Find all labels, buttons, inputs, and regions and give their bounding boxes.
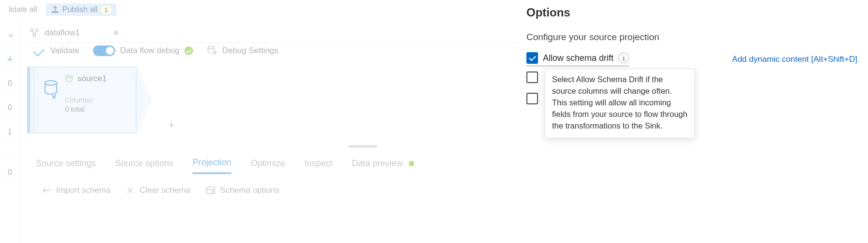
status-dot-icon — [409, 161, 414, 166]
collapse-rail-button[interactable]: « — [0, 24, 20, 46]
chevron-left-icon: « — [8, 30, 11, 40]
validate-label: Validate — [50, 46, 79, 56]
allow-schema-drift-row: Allow schema drift i Add dynamic content… — [526, 52, 857, 66]
node-columns-value: 0 total — [65, 105, 106, 113]
add-resource-button[interactable]: + — [0, 48, 20, 71]
debug-settings-label: Debug Settings — [222, 46, 278, 56]
import-icon — [42, 186, 51, 194]
svg-point-2 — [36, 29, 39, 32]
schema-drift-tooltip: Select Allow Schema Drift if the source … — [545, 69, 695, 138]
schema-actions: Import schema Clear schema Schema option… — [42, 186, 279, 195]
add-step-button[interactable]: + — [168, 119, 175, 131]
svg-point-6 — [45, 81, 57, 85]
options-subtitle: Configure your source projection — [526, 32, 857, 43]
publish-count-badge: 1 — [101, 6, 112, 14]
schema-options-button[interactable]: Schema options — [206, 186, 279, 195]
tab-dataflow1[interactable]: dataflow1 — [25, 28, 127, 38]
option-checkbox-2[interactable] — [526, 71, 538, 83]
unsaved-dot-icon — [114, 30, 119, 35]
panel-resize-handle[interactable] — [348, 145, 377, 148]
option-checkbox-3[interactable] — [526, 93, 538, 104]
svg-point-4 — [208, 46, 214, 49]
svg-rect-0 — [52, 12, 58, 13]
tab-projection[interactable]: Projection — [193, 155, 231, 174]
clear-schema-button[interactable]: Clear schema — [126, 186, 190, 195]
tab-source-options[interactable]: Source options — [115, 156, 173, 173]
schema-options-icon — [206, 186, 215, 195]
publish-all-button[interactable]: Publish all 1 — [46, 3, 117, 16]
publish-all-label: Publish all — [62, 5, 98, 14]
source-node[interactable]: source1 Columns: 0 total — [27, 67, 152, 133]
debug-settings-button[interactable]: Debug Settings — [207, 45, 278, 56]
add-dynamic-content-link[interactable]: Add dynamic content [Alt+Shift+D] — [732, 55, 857, 64]
debug-label: Data flow debug — [120, 46, 180, 56]
info-icon[interactable]: i — [618, 53, 629, 63]
dataflow-action-bar: Validate Data flow debug Debug Settings — [34, 45, 278, 56]
rail-count-1[interactable]: 0 — [0, 97, 20, 119]
status-ok-icon — [184, 46, 193, 55]
tab-optimize[interactable]: Optimize — [251, 156, 285, 173]
tab-inspect[interactable]: Inspect — [304, 156, 332, 173]
import-schema-button[interactable]: Import schema — [42, 186, 110, 195]
tab-data-preview-label: Data preview — [352, 158, 403, 168]
options-panel: Options Configure your source projection… — [520, 0, 868, 243]
dataflow-icon — [29, 28, 40, 38]
node-columns-label: Columns: — [65, 96, 106, 104]
validate-button[interactable]: Validate — [34, 46, 79, 56]
close-icon — [126, 186, 135, 195]
svg-point-3 — [33, 34, 36, 37]
settings-tabs: Source settings Source options Projectio… — [36, 155, 414, 174]
source-type-icon — [65, 74, 74, 83]
upload-icon — [51, 5, 60, 14]
dataflow-canvas[interactable]: source1 Columns: 0 total + — [27, 67, 152, 133]
schema-options-label: Schema options — [220, 186, 279, 195]
tab-source-settings[interactable]: Source settings — [36, 156, 96, 173]
editor-tab-row: dataflow1 — [25, 23, 127, 43]
validate-all-button[interactable]: lidate all — [4, 3, 42, 16]
clear-schema-label: Clear schema — [139, 186, 190, 195]
options-title: Options — [526, 6, 857, 19]
allow-schema-drift-checkbox[interactable] — [526, 52, 538, 64]
check-icon — [33, 45, 45, 57]
validate-all-label: lidate all — [9, 5, 37, 14]
svg-point-5 — [213, 51, 216, 54]
left-rail: « + 0 0 1 0 — [0, 20, 20, 243]
allow-schema-drift-label: Allow schema drift — [543, 53, 614, 63]
import-schema-label: Import schema — [56, 186, 110, 195]
database-gear-icon — [207, 45, 217, 56]
plus-icon: + — [7, 53, 13, 66]
rail-count-2[interactable]: 1 — [0, 121, 20, 143]
tab-data-preview[interactable]: Data preview — [352, 156, 414, 173]
rail-count-3[interactable]: 0 — [0, 161, 20, 184]
toggle-on-icon — [93, 45, 115, 56]
svg-point-1 — [30, 29, 33, 32]
rail-count-0[interactable]: 0 — [0, 72, 20, 95]
datasource-icon — [43, 79, 59, 100]
node-name: source1 — [77, 74, 106, 84]
dataflow-debug-toggle[interactable]: Data flow debug — [93, 45, 193, 56]
svg-point-7 — [66, 75, 72, 78]
tab-label: dataflow1 — [45, 28, 80, 38]
